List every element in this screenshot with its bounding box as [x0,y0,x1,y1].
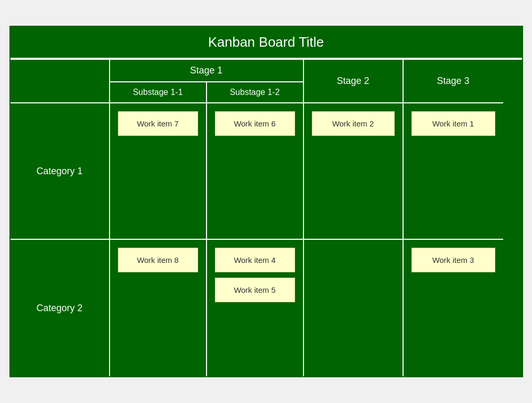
work-item[interactable]: Work item 7 [118,111,198,136]
category2-label: Category 2 [10,240,110,376]
category1-label: Category 1 [10,103,110,240]
category2-stage2-cell [304,240,404,376]
substage12-header: Substage 1-2 [207,82,304,103]
category2-stage3-cell: Work item 3 [404,240,503,376]
category2-substage11-cell: Work item 8 [110,240,207,376]
header-empty-cell [10,60,110,103]
kanban-board: Kanban Board Title Stage 1 Stage 2 Stage… [9,26,523,377]
work-item[interactable]: Work item 1 [411,111,495,136]
stage1-header: Stage 1 [110,60,304,82]
work-item[interactable]: Work item 3 [411,248,495,272]
stage2-header: Stage 2 [304,60,404,103]
category2-substage12-cell: Work item 4 Work item 5 [207,240,304,376]
category1-stage3-cell: Work item 1 [404,103,503,240]
category1-stage2-cell: Work item 2 [304,103,404,240]
work-item[interactable]: Work item 2 [312,111,395,136]
work-item[interactable]: Work item 6 [215,111,295,136]
work-item[interactable]: Work item 8 [118,248,198,272]
category1-substage12-cell: Work item 6 [207,103,304,240]
substage11-header: Substage 1-1 [110,82,207,103]
category1-substage11-cell: Work item 7 [110,103,207,240]
board-grid: Stage 1 Stage 2 Stage 3 Substage 1-1 Sub… [10,59,522,376]
board-title: Kanban Board Title [10,27,522,59]
stage3-header: Stage 3 [404,60,503,103]
work-item[interactable]: Work item 4 [215,248,295,272]
work-item[interactable]: Work item 5 [215,278,295,302]
